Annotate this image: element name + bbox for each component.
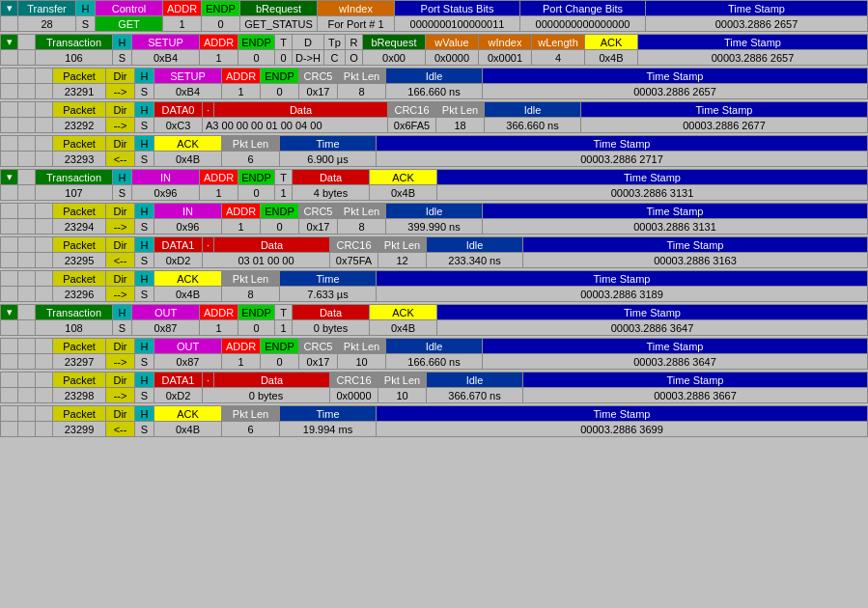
p23291-dir-label: Dir — [106, 69, 135, 84]
p23298-crc16-label: CRC16 — [330, 373, 378, 388]
t106-addr-val: 1 — [200, 50, 238, 66]
brequest-val: GET_STATUS — [240, 16, 318, 32]
t108-endp-label: ENDP — [238, 305, 275, 320]
t107-timestamp-val: 00003.2886 3131 — [437, 185, 868, 201]
t107-ack-val: 0x4B — [370, 185, 437, 201]
p23291-timestamp-val: 00003.2886 2657 — [483, 84, 868, 99]
p23299-ds2 — [18, 422, 36, 437]
p23291-addr-val: 1 — [222, 84, 261, 99]
p23296-packet-label: Packet — [53, 271, 106, 287]
p23294-pktlen-label: Pkt Len — [338, 204, 386, 219]
t106-windex-val: 0x0001 — [478, 50, 531, 66]
p23298-data-label: Data — [214, 373, 330, 388]
p23295-dir-label: Dir — [106, 237, 135, 253]
t108-transaction-label: Transaction — [36, 305, 113, 320]
t107-t-val: 1 — [275, 185, 293, 201]
packet-23296-data-row: 23296 --> S 0x4B 8 7.633 µs 00003.2886 3… — [1, 287, 868, 302]
p23298-data1-label: DATA1 — [154, 373, 203, 388]
p23298-pktlen-label: Pkt Len — [378, 373, 427, 388]
expand-icon[interactable]: ▾ — [1, 1, 18, 16]
t107-transaction-label: Transaction — [36, 170, 113, 185]
p23292-dir-label: Dir — [106, 102, 135, 118]
t108-indent — [18, 305, 36, 320]
p23291-dir-val: --> — [106, 84, 135, 99]
p23293-expand[interactable] — [36, 136, 53, 152]
p23292-expand[interactable] — [36, 102, 53, 118]
transfer-spacer — [1, 16, 18, 32]
t108-data-label: Data — [293, 305, 370, 320]
t106-expand[interactable]: ▾ — [1, 35, 18, 50]
p23298-dot: · — [203, 373, 214, 388]
p23294-ds3 — [36, 219, 53, 235]
t107-data-val: 4 bytes — [293, 185, 370, 201]
p23297-pktlen-label: Pkt Len — [338, 339, 386, 354]
t106-timestamp-label: Time Stamp — [637, 35, 867, 50]
p23298-ds3 — [36, 388, 53, 403]
p23295-h: H — [135, 237, 154, 253]
t106-brequest-label: bRequest — [362, 35, 425, 50]
addr-val: 1 — [163, 16, 202, 32]
p23294-expand[interactable] — [36, 204, 53, 219]
transaction-106-table: ▾ Transaction H SETUP ADDR ENDP T D Tp R… — [0, 34, 868, 66]
p23294-addr-label: ADDR — [222, 204, 261, 219]
p23297-out-val: 0x87 — [154, 354, 222, 370]
t108-t-val: 1 — [275, 320, 293, 336]
t107-expand[interactable]: ▾ — [1, 170, 18, 185]
p23291-crc5-label: CRC5 — [299, 69, 338, 84]
p23291-idle-label: Idle — [386, 69, 483, 84]
transfer-s: S — [76, 16, 96, 32]
transfer-data-row: 28 S GET 1 0 GET_STATUS For Port # 1 000… — [1, 16, 868, 32]
p23297-ds1 — [1, 354, 18, 370]
t107-data-label: Data — [293, 170, 370, 185]
p23293-s: S — [135, 152, 154, 167]
p23296-expand[interactable] — [36, 271, 53, 287]
transfer-label: Transfer — [18, 1, 76, 16]
transaction-106-header-row: ▾ Transaction H SETUP ADDR ENDP T D Tp R… — [1, 35, 868, 50]
t106-d-label: D — [293, 35, 324, 50]
p23295-ds2 — [18, 253, 36, 268]
p23294-ds2 — [18, 219, 36, 235]
p23295-pktlen-val: 12 — [378, 253, 427, 268]
p23294-endp-val: 0 — [261, 219, 299, 235]
t106-transaction-label: Transaction — [36, 35, 113, 50]
t108-out-val: 0x87 — [132, 320, 200, 336]
p23292-spacer1 — [1, 102, 18, 118]
t106-endp-label: ENDP — [238, 35, 275, 50]
p23292-bytes: A3 00 00 00 01 00 04 00 — [203, 118, 388, 133]
p23299-expand[interactable] — [36, 406, 53, 422]
t107-indent — [18, 170, 36, 185]
t107-addr-val: 1 — [200, 185, 238, 201]
p23291-expand[interactable] — [36, 69, 53, 84]
p23297-expand[interactable] — [36, 339, 53, 354]
t106-setup-label: SETUP — [132, 35, 200, 50]
p23292-d-spacer2 — [18, 118, 36, 133]
packet-23295-table: Packet Dir H DATA1 · Data CRC16 Pkt Len … — [0, 236, 868, 268]
packet-23292-table: Packet Dir H DATA0 · Data CRC16 Pkt Len … — [0, 101, 868, 133]
t108-spacer1 — [1, 320, 18, 336]
p23293-num: 23293 — [53, 152, 106, 167]
p23295-timestamp-val: 00003.2886 3163 — [523, 253, 868, 268]
packet-23299-header-row: Packet Dir H ACK Pkt Len Time Time Stamp — [1, 406, 868, 422]
t106-timestamp-val: 00003.2886 2657 — [637, 50, 867, 66]
p23295-data1-label: DATA1 — [154, 237, 203, 253]
p23295-expand[interactable] — [36, 237, 53, 253]
t108-expand[interactable]: ▾ — [1, 305, 18, 320]
p23291-num: 23291 — [53, 84, 106, 99]
t106-spacer2 — [18, 50, 36, 66]
p23298-expand[interactable] — [36, 373, 53, 388]
p23291-setup-val: 0xB4 — [154, 84, 222, 99]
p23297-dir-val: --> — [106, 354, 135, 370]
p23297-crc5-label: CRC5 — [299, 339, 338, 354]
p23296-ds1 — [1, 287, 18, 302]
p23295-s: S — [135, 253, 154, 268]
p23293-spacer2 — [18, 136, 36, 152]
p23292-pktlen-label: Pkt Len — [436, 102, 485, 118]
p23294-num: 23294 — [53, 219, 106, 235]
p23296-ack-val: 0x4B — [154, 287, 222, 302]
p23293-packet-label: Packet — [53, 136, 106, 152]
p23299-num: 23299 — [53, 422, 106, 437]
p23291-setup-label: SETUP — [154, 69, 222, 84]
p23298-ds2 — [18, 388, 36, 403]
t106-spacer1 — [1, 50, 18, 66]
t106-endp-val: 0 — [238, 50, 275, 66]
